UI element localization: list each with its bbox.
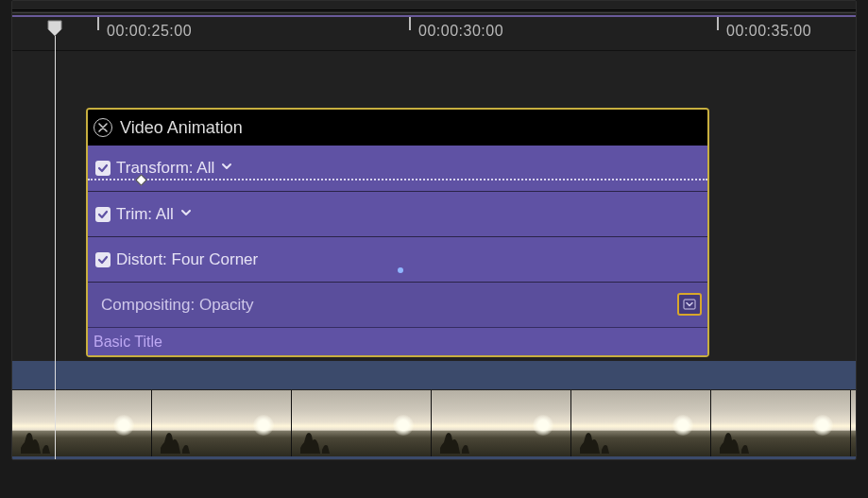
clip-lower-bar — [12, 456, 856, 460]
filmstrip-frame — [571, 390, 711, 456]
animation-row-distort[interactable]: Distort: Four Corner — [88, 236, 707, 282]
ruler-time-label: 00:00:25:00 — [107, 23, 192, 40]
video-animation-footer: Basic Title — [88, 327, 707, 355]
time-ruler[interactable]: 00:00:25:00 00:00:30:00 00:00:35:00 — [12, 17, 856, 51]
checkbox-distort[interactable] — [95, 252, 111, 267]
close-icon[interactable] — [94, 118, 112, 137]
ruler-tick — [97, 17, 99, 30]
animation-row-label: Trim: All — [116, 205, 174, 224]
filmstrip-frame — [432, 390, 571, 456]
chevron-down-icon — [683, 299, 696, 310]
animation-row-transform[interactable]: Transform: All — [88, 146, 707, 191]
filmstrip-frame — [292, 390, 432, 456]
animation-row-compositing[interactable]: Compositing: Opacity — [88, 282, 707, 327]
filmstrip-frame — [851, 390, 857, 456]
video-animation-panel: Video Animation Transform: All Trim: All — [86, 108, 709, 357]
playhead[interactable] — [55, 26, 56, 459]
chevron-down-icon[interactable] — [220, 159, 233, 178]
animation-row-trim[interactable]: Trim: All — [88, 191, 707, 236]
timeline-workspace: 00:00:25:00 00:00:30:00 00:00:35:00 Vide… — [11, 0, 857, 460]
checkbox-trim[interactable] — [95, 207, 111, 222]
animation-row-label: Compositing: Opacity — [101, 296, 254, 315]
filmstrip-frame — [12, 390, 152, 456]
control-point-marker[interactable] — [398, 267, 403, 273]
ruler-tick — [409, 17, 411, 30]
ruler-time-label: 00:00:35:00 — [726, 23, 811, 40]
clip-name-label: Basic Title — [94, 334, 162, 351]
video-animation-header: Video Animation — [88, 110, 707, 146]
ruler-tick — [717, 17, 719, 30]
playhead-head[interactable] — [47, 20, 62, 37]
expand-button[interactable] — [677, 293, 702, 316]
video-animation-title: Video Animation — [120, 118, 243, 138]
checkbox-transform[interactable] — [95, 161, 111, 176]
title-clip-track[interactable] — [12, 360, 856, 390]
toolbar-divider — [12, 9, 856, 13]
animation-row-label: Distort: Four Corner — [116, 250, 258, 269]
filmstrip-frame — [152, 390, 292, 456]
chevron-down-icon[interactable] — [179, 205, 193, 224]
filmstrip-frame — [711, 390, 851, 456]
svg-rect-0 — [684, 300, 695, 309]
ruler-time-label: 00:00:30:00 — [418, 23, 503, 40]
keyframe-track[interactable] — [88, 179, 707, 180]
video-filmstrip[interactable] — [12, 390, 856, 456]
animation-row-label: Transform: All — [116, 159, 214, 178]
